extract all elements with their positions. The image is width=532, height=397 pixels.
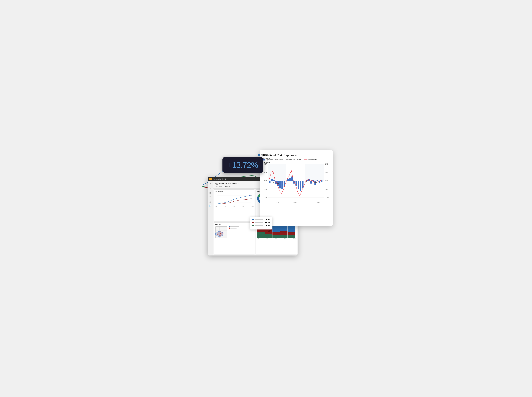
- tooltip-row-3: 39.97: [252, 224, 270, 227]
- percentage-value: +13.72%: [227, 160, 258, 170]
- stylebox-wrapper: [215, 226, 227, 238]
- main-scene: Scenario 1 Scenario 2 Scenario 3 +13.72%…: [199, 146, 333, 251]
- hist-bar-2022: [280, 226, 288, 238]
- percentage-card: +13.72%: [222, 157, 263, 173]
- svg-text:0.71: 0.71: [325, 172, 328, 173]
- svg-point-20: [219, 234, 220, 234]
- scenario-1-dot: [258, 154, 260, 156]
- risk-panel-title: Historical Risk Exposure: [263, 154, 329, 157]
- svg-rect-47: [284, 181, 285, 187]
- svg-text:2022: 2022: [293, 202, 296, 204]
- svg-rect-49: [289, 178, 291, 181]
- hist-bar-2021: [272, 226, 280, 238]
- svg-text:2021: 2021: [276, 202, 280, 204]
- svg-rect-45: [279, 181, 281, 188]
- svg-rect-4: [250, 199, 251, 199]
- dropdown-icon[interactable]: ⌄: [238, 182, 239, 184]
- scenario-1-label: Scenario 1: [261, 154, 271, 156]
- scenario-1-legend: Scenario 1: [258, 154, 271, 156]
- stylebox-content: [215, 226, 253, 238]
- svg-rect-63: [321, 180, 323, 182]
- risk-swatch-sp500: [286, 160, 288, 160]
- svg-text:1.42: 1.42: [325, 163, 328, 165]
- tooltip-row-2: 50.68: [252, 222, 270, 224]
- svg-text:0.03: 0.03: [264, 172, 267, 173]
- stylebox-chart-title: Style Box: [215, 224, 253, 225]
- svg-rect-41: [271, 179, 273, 181]
- svg-rect-40: [269, 181, 270, 183]
- risk-label-style: Style Premium: [307, 159, 318, 161]
- tooltip-dot-2: [252, 222, 254, 223]
- sidebar-triangle-icon[interactable]: △: [209, 200, 212, 203]
- style-bar-2: [230, 228, 237, 229]
- svg-rect-46: [281, 181, 283, 189]
- svg-rect-3: [250, 195, 251, 196]
- svg-text:−0.07: −0.07: [264, 197, 268, 198]
- svg-rect-42: [273, 180, 275, 181]
- svg-text:−0.71: −0.71: [325, 189, 329, 190]
- tooltip-bar-1: [255, 219, 263, 220]
- svg-text:2023: 2023: [317, 202, 320, 204]
- tooltip-row-1: 9.35: [252, 219, 270, 221]
- risk-legend-style: Style Premium: [304, 159, 318, 161]
- svg-text:−0.03: −0.03: [264, 189, 268, 190]
- svg-point-21: [220, 233, 221, 234]
- svg-rect-61: [317, 180, 318, 181]
- svg-rect-38: [286, 164, 305, 181]
- risk-chart-area: 0.07 0.03 0.00 −0.03 −0.07 1.42 0.71 0.0…: [263, 162, 329, 210]
- hist-bar-2023: [288, 226, 295, 238]
- sidebar-home-icon[interactable]: ⌂: [209, 187, 212, 190]
- tooltip-card: 9.35 50.68 39.97: [250, 217, 272, 230]
- sidebar-doc-icon[interactable]: 📄: [209, 205, 212, 208]
- tooltip-dot-3: [252, 225, 254, 226]
- tooltip-bar-3: [255, 225, 263, 226]
- style-bar-1: [230, 226, 239, 227]
- page-title: Aggressive Growth Model: [214, 182, 237, 185]
- sidebar-list-icon[interactable]: ☰: [209, 196, 212, 199]
- stylebox-chart-card: Style Box: [214, 223, 255, 255]
- svg-rect-37: [268, 164, 286, 181]
- tooltip-value-2: 50.68: [264, 222, 270, 224]
- tooltip-bar-2: [255, 222, 263, 223]
- app-sidebar: ≡ ⌂ ▦ ☰ △ 📄: [208, 181, 213, 255]
- risk-label-sp500: S&P 500 TR USD: [289, 159, 301, 161]
- sidebar-grid-icon[interactable]: ▦: [209, 191, 212, 194]
- morningstar-logo: M: [209, 178, 212, 180]
- growth-x-labels: 2019 2020 2021 2022 2023: [215, 206, 253, 207]
- tooltip-value-3: 39.97: [264, 224, 270, 227]
- tab-analysis[interactable]: Analysis: [223, 185, 232, 188]
- style-dot-2: [229, 228, 230, 229]
- svg-rect-39: [305, 164, 324, 181]
- growth-chart-area: [215, 193, 253, 205]
- svg-rect-55: [302, 181, 304, 188]
- tooltip-dot-1: [252, 219, 254, 220]
- svg-rect-5: [251, 195, 252, 196]
- tooltip-value-1: 9.35: [264, 219, 270, 221]
- svg-text:0.00: 0.00: [325, 180, 328, 182]
- hist-x-labels: 2019 2020 2021 2022 2023: [257, 238, 295, 239]
- svg-rect-53: [298, 181, 299, 189]
- svg-text:−1.42: −1.42: [325, 197, 329, 198]
- svg-text:0.00: 0.00: [264, 180, 267, 182]
- risk-legend-sp500: S&P 500 TR USD: [286, 159, 301, 161]
- growth-chart-card: 10K Growth: [214, 189, 255, 222]
- sidebar-menu-icon[interactable]: ≡: [209, 182, 212, 185]
- svg-rect-6: [251, 198, 252, 199]
- tab-holdings[interactable]: Holdings: [214, 185, 223, 188]
- style-dot-1: [229, 226, 230, 227]
- growth-chart-title: 10K Growth: [215, 191, 253, 192]
- svg-rect-54: [300, 181, 301, 191]
- risk-legend: Aggressive Growth Model S&P 500 TR USD S…: [263, 159, 329, 161]
- risk-swatch-style: [304, 160, 307, 160]
- app-title: Morningstar Direct: [213, 178, 226, 180]
